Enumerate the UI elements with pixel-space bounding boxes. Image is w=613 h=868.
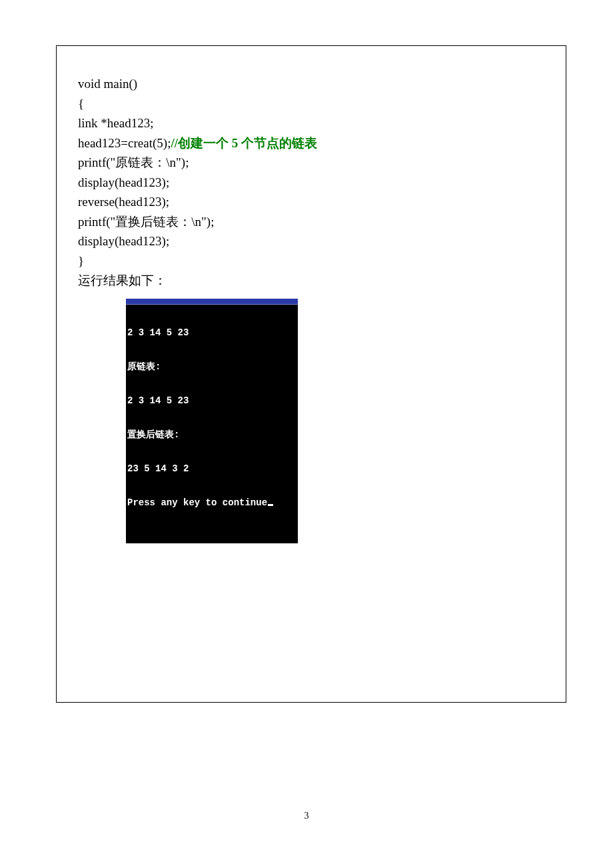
console-output-wrapper: 2 3 14 5 23 原链表: 2 3 14 5 23 置换后链表: 23 5…	[78, 299, 566, 543]
code-line: printf("原链表：\n");	[78, 153, 566, 173]
console-line: Press any key to continue	[126, 497, 298, 509]
code-text: \n");	[166, 155, 189, 169]
code-block: void main() { link *head123; head123=cre…	[57, 74, 566, 543]
code-text: 置换后链表：	[115, 215, 191, 229]
page-number: 3	[0, 811, 613, 821]
cursor-icon	[268, 504, 273, 506]
code-line: }	[78, 251, 566, 271]
code-text: printf("	[78, 155, 115, 169]
code-text: printf("	[78, 215, 115, 229]
console-line: 23 5 14 3 2	[126, 463, 298, 475]
result-label: 运行结果如下：	[78, 271, 566, 291]
console-line: 原链表:	[126, 361, 298, 373]
code-line: head123=creat(5);//创建一个 5 个节点的链表	[78, 133, 566, 153]
document-page: void main() { link *head123; head123=cre…	[0, 0, 613, 868]
code-text: head123=creat(5);	[78, 136, 171, 150]
code-text: 原链表：	[115, 155, 166, 169]
console-line: 2 3 14 5 23	[126, 327, 298, 339]
code-line: display(head123);	[78, 231, 566, 251]
content-frame: void main() { link *head123; head123=cre…	[56, 45, 566, 703]
code-text: \n");	[191, 215, 214, 229]
console-line: 2 3 14 5 23	[126, 395, 298, 407]
console-titlebar	[126, 299, 298, 305]
code-line: void main()	[78, 74, 566, 94]
code-line: link *head123;	[78, 113, 566, 133]
code-line: {	[78, 94, 566, 114]
console-output: 2 3 14 5 23 原链表: 2 3 14 5 23 置换后链表: 23 5…	[126, 299, 298, 543]
console-body: 2 3 14 5 23 原链表: 2 3 14 5 23 置换后链表: 23 5…	[126, 305, 298, 543]
code-comment: //创建一个 5 个节点的链表	[171, 136, 317, 150]
code-line: printf("置换后链表：\n");	[78, 212, 566, 232]
code-line: reverse(head123);	[78, 192, 566, 212]
code-line: display(head123);	[78, 173, 566, 193]
console-line: 置换后链表:	[126, 429, 298, 441]
console-text: Press any key to continue	[127, 497, 267, 508]
